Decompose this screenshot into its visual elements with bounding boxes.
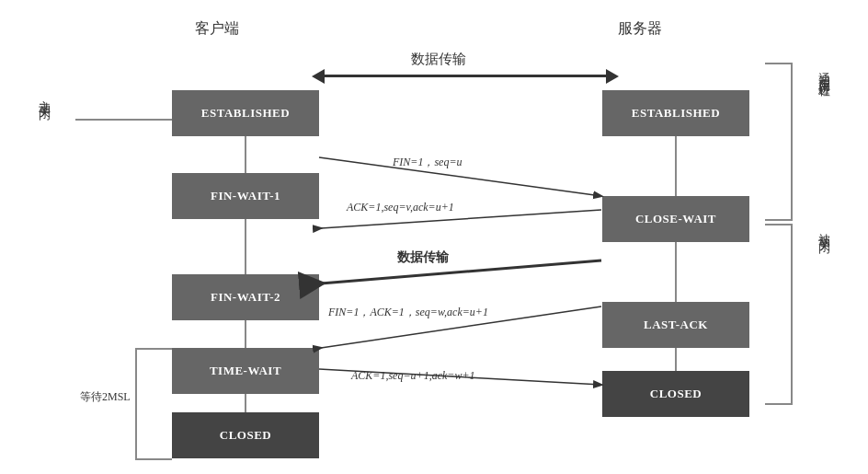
server-closed: CLOSED [602,371,749,417]
right-top-vline [791,63,793,219]
client-vline-2 [245,219,246,274]
left-annotation: 主动关闭 [36,90,52,101]
right-top-hline-top [765,63,793,64]
signal4-label: FIN=1，ACK=1，seq=w,ack=u+1 [328,305,488,320]
client-closed: CLOSED [172,412,319,458]
server-label: 服务器 [618,19,662,39]
client-vline-4 [245,394,246,412]
data-transfer-arrow-left [312,69,325,84]
signal3-label: 数据传输 [397,249,449,266]
server-close-wait: CLOSE-WAIT [602,196,749,242]
signal1-label: FIN=1，seq=u [393,155,463,170]
timewait-hline-top [135,348,172,350]
client-vline-3 [245,320,246,348]
right-bottom-annotation: 被动关闭 [816,224,832,235]
signal5-label: ACK=1,seq=u+1,ack=w+1 [351,369,474,383]
right-bot-hline-bot [765,403,793,405]
server-last-ack: LAST-ACK [602,302,749,348]
right-bot-vline [791,224,793,403]
timewait-hline-bot [135,458,172,460]
timewait-label: 等待2MSL [80,389,131,405]
timewait-vline [135,348,137,458]
client-established: ESTABLISHED [172,90,319,136]
data-transfer-arrow-right [606,69,619,84]
client-label: 客户端 [195,19,239,39]
client-vline-1 [245,136,246,173]
server-established: ESTABLISHED [602,90,749,136]
right-bot-hline-top [765,224,793,225]
client-time-wait: TIME-WAIT [172,348,319,394]
server-vline-2 [675,242,677,302]
tcp-close-diagram: 客户端 服务器 主动关闭 通知应用进程 被动关闭 数据传输 ESTABLISHE… [34,12,834,463]
data-transfer-line [324,75,609,77]
server-vline-3 [675,348,677,371]
svg-line-2 [321,260,601,283]
signal2-label: ACK=1,seq=v,ack=u+1 [347,201,454,214]
right-top-annotation: 通知应用进程 [816,63,832,79]
left-arrow-line [75,119,186,121]
client-fin-wait-2: FIN-WAIT-2 [172,274,319,320]
right-top-hline-bot [765,219,793,221]
server-vline-1 [675,136,677,196]
client-fin-wait-1: FIN-WAIT-1 [172,173,319,219]
data-transfer-label: 数据传输 [411,51,466,68]
